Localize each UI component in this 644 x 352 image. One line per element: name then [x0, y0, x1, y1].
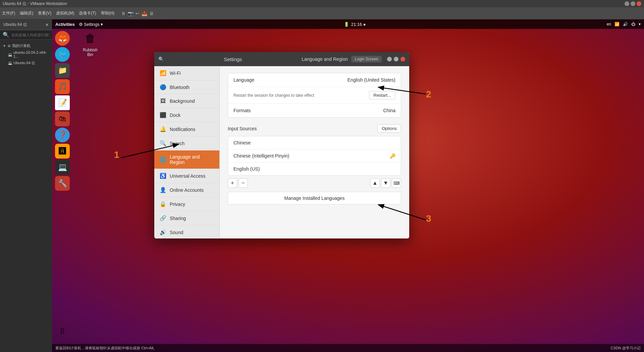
snapshot-icon[interactable]: 📷	[128, 11, 133, 16]
dock-icon-settings[interactable]: 🔧	[55, 176, 70, 191]
sidebar-label-language: Language and Region	[170, 154, 214, 165]
sidebar-item-language-region[interactable]: 🌐 Language and Region	[154, 150, 219, 169]
dialog-minimize-button[interactable]	[387, 57, 392, 61]
ubuntu-label: Ubuntu 64 位	[13, 60, 35, 65]
manage-languages-button[interactable]: Manage Installed Languages	[228, 192, 401, 205]
sidebar-item-universal-access[interactable]: ♿ Universal Access	[154, 169, 219, 183]
settings-label: Settings	[84, 22, 100, 27]
dock: 🦊 🐦 📁 🎵 📝 🛍 ❓ 🅰 💻 🔧 ⠿	[54, 28, 71, 343]
dock-icon-terminal[interactable]: 💻	[55, 160, 70, 175]
settings-gear-icon: ⚙	[79, 22, 83, 27]
maximize-button[interactable]	[631, 1, 635, 6]
dock-icon-firefox[interactable]: 🦊	[55, 31, 70, 46]
dock-icon-appstore[interactable]: 🛍	[55, 112, 70, 126]
dialog-search-icon[interactable]: 🔍	[158, 56, 164, 62]
language-section: Language English (United States) Restart…	[228, 73, 401, 118]
sidebar-label-bluetooth: Bluetooth	[170, 85, 190, 90]
restart-button[interactable]: Restart...	[369, 91, 395, 99]
sidebar-item-bluetooth[interactable]: 🔵 Bluetooth	[154, 80, 219, 94]
sidebar-search-input[interactable]	[11, 33, 49, 37]
sidebar-item-online-accounts[interactable]: 👤 Online Accounts	[154, 183, 219, 197]
move-up-button[interactable]: ▲	[370, 178, 380, 188]
dock-settings-icon: ⬛	[160, 112, 166, 118]
sidebar-item-dock[interactable]: ⬛ Dock	[154, 108, 219, 122]
language-row: Language English (United States)	[228, 73, 401, 87]
ubuntu-icon: 💻	[8, 61, 12, 65]
close-button[interactable]	[637, 1, 641, 6]
lang-indicator[interactable]: en	[607, 22, 611, 27]
background-icon: 🖼	[160, 98, 166, 104]
menu-file[interactable]: 文件(F)	[2, 10, 15, 16]
network-icon[interactable]: 📶	[614, 22, 620, 27]
dock-icon-files[interactable]: 📁	[55, 63, 70, 78]
input-item-english[interactable]: English (US)	[228, 163, 401, 175]
minimize-button[interactable]	[625, 1, 629, 6]
dock-icon-apps[interactable]: ⠿	[55, 324, 70, 339]
desktop-icon-rubbish-bin[interactable]: 🗑 RubbishBin	[82, 30, 98, 57]
formats-row: Formats China	[228, 104, 401, 117]
sidebar-label-wifi: Wi-Fi	[170, 71, 181, 76]
input-sources-list: Chinese Chinese (Intelligent Pinyin) 🔑 E…	[228, 136, 401, 176]
dialog-title: Settings	[167, 56, 298, 62]
bluetooth-icon: 🔵	[160, 84, 166, 90]
input-sources-title: Input Sources	[228, 126, 377, 131]
sidebar-item-wifi[interactable]: 📶 Wi-Fi	[154, 66, 219, 80]
dropdown-arrow-icon: ▾	[639, 22, 641, 27]
dock-icon-amazon[interactable]: 🅰	[55, 144, 70, 159]
revert-icon[interactable]: ↩	[136, 11, 140, 16]
input-arrow-group: ▲ ▼	[370, 178, 390, 188]
remove-input-button[interactable]: −	[238, 178, 248, 188]
dialog-page-title: Language and Region	[302, 56, 348, 62]
dock-icon-help[interactable]: ❓	[55, 128, 70, 142]
dialog-close-button[interactable]	[400, 57, 405, 61]
sidebar-item-background[interactable]: 🖼 Background	[154, 94, 219, 108]
dialog-maximize-button[interactable]	[394, 57, 398, 61]
dock-icon-media[interactable]: 🎵	[55, 79, 70, 94]
input-controls: + − ▲ ▼ ⌨	[228, 178, 401, 188]
sidebar-item-sound[interactable]: 🔊 Sound	[154, 225, 219, 238]
login-screen-button[interactable]: Login Screen	[351, 56, 382, 62]
sidebar-item-sharing[interactable]: 🔗 Sharing	[154, 211, 219, 225]
sidebar-item-notifications[interactable]: 🔔 Notifications	[154, 122, 219, 136]
settings-menu[interactable]: ⚙ Settings ▾	[79, 22, 103, 27]
settings-dialog: 🔍 Settings Language and Region Login Scr…	[154, 52, 409, 238]
restart-info: Restart the session for changes to take …	[233, 93, 369, 98]
tree-item-ubuntu64[interactable]: 💻 Ubuntu 64 位	[0, 59, 52, 67]
keyboard-layout-button[interactable]: ⌨	[392, 178, 401, 188]
power-icon[interactable]: ⏻	[631, 22, 635, 27]
sidebar-item-search[interactable]: 🔍 Search	[154, 136, 219, 150]
input-item-chinese[interactable]: Chinese	[228, 136, 401, 149]
tab-close-button[interactable]: ✕	[45, 23, 49, 27]
send-icon[interactable]: 📤	[142, 11, 147, 16]
menu-tabs[interactable]: 选项卡(T)	[79, 10, 96, 16]
vmware-menu: 文件(F) 编辑(E) 查看(V) 虚拟机(M) 选项卡(T) 帮助(H)	[2, 10, 114, 16]
options-button[interactable]: Options	[377, 124, 401, 133]
add-input-button[interactable]: +	[228, 178, 237, 188]
sidebar-label-sharing: Sharing	[170, 216, 186, 221]
language-icon: 🌐	[160, 157, 166, 163]
menu-vm[interactable]: 虚拟机(M)	[56, 10, 74, 16]
pause-icon[interactable]: ⏸	[121, 11, 126, 16]
menu-view[interactable]: 查看(V)	[38, 10, 51, 16]
sidebar-item-privacy[interactable]: 🔒 Privacy	[154, 197, 219, 211]
vmware-title: Ubuntu 64 位 - VMware Workstation	[3, 1, 67, 7]
file-sidebar-tab: Ubuntu 64 位 ✕	[0, 19, 52, 30]
dock-icon-thunderbird[interactable]: 🐦	[55, 47, 70, 62]
move-down-button[interactable]: ▼	[381, 178, 390, 188]
activities-button[interactable]: Activities	[55, 22, 75, 27]
screen-icon[interactable]: 🖥	[149, 11, 154, 16]
sidebar-search-bar[interactable]: 🔍	[0, 30, 52, 40]
menu-edit[interactable]: 编辑(E)	[20, 10, 33, 16]
vm-icon: 💻	[8, 53, 12, 56]
sidebar-label-background: Background	[170, 98, 195, 104]
dock-icon-libreoffice[interactable]: 📝	[55, 95, 70, 110]
file-tree: ▼ 🖥 我的计算机 💻 ubuntu-16.04.2-x64-1... 💻 Ub…	[0, 40, 52, 352]
input-item-chinese-pinyin[interactable]: Chinese (Intelligent Pinyin) 🔑	[228, 149, 401, 163]
dialog-window-controls	[387, 57, 405, 61]
sharing-icon: 🔗	[160, 215, 166, 221]
volume-icon[interactable]: 🔊	[623, 22, 628, 27]
tree-item-ubuntu-vm[interactable]: 💻 ubuntu-16.04.2-x64-1...	[0, 49, 52, 59]
menu-help[interactable]: 帮助(H)	[101, 10, 115, 16]
vm-label: ubuntu-16.04.2-x64-1...	[13, 50, 49, 58]
tree-item-root[interactable]: ▼ 🖥 我的计算机	[0, 42, 52, 49]
